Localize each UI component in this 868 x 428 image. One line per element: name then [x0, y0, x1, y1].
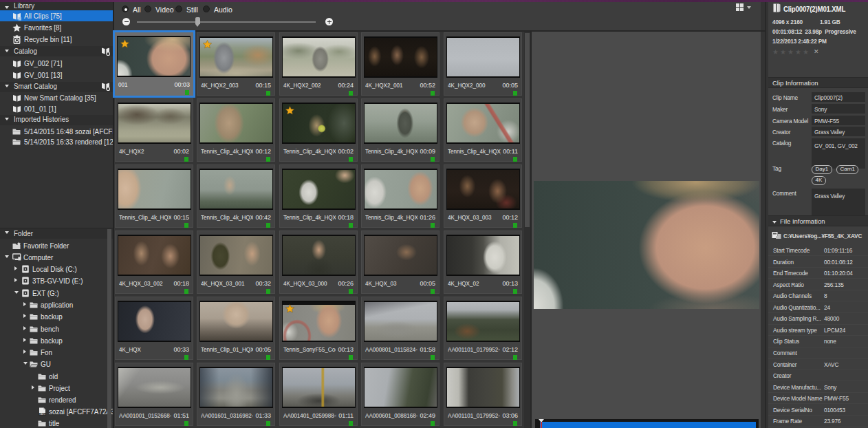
- svg-text:XAVC: XAVC: [39, 413, 45, 416]
